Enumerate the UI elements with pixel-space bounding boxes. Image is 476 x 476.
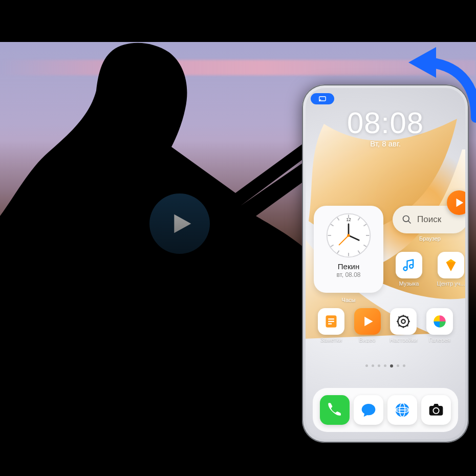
app-tile-member[interactable] bbox=[438, 252, 464, 278]
dock-camera-app[interactable] bbox=[421, 395, 451, 425]
dock-browser-app[interactable] bbox=[387, 395, 417, 425]
app-tile-settings[interactable] bbox=[390, 308, 417, 335]
pinwheel-icon bbox=[432, 314, 447, 329]
play-button[interactable] bbox=[149, 193, 210, 254]
music-note-icon bbox=[402, 258, 416, 272]
chat-icon bbox=[360, 402, 377, 418]
app-tile-gallery[interactable] bbox=[426, 308, 453, 335]
notes-icon bbox=[324, 314, 338, 329]
app-label-notes: Заметки bbox=[315, 337, 348, 343]
svg-point-19 bbox=[403, 216, 409, 222]
search-widget-label: Браузер bbox=[393, 235, 465, 242]
svg-point-18 bbox=[347, 234, 350, 237]
svg-text:12: 12 bbox=[346, 218, 351, 222]
camera-icon bbox=[428, 402, 444, 418]
clock-widget-city: Пекин bbox=[338, 262, 359, 271]
search-placeholder: Поиск bbox=[417, 214, 441, 225]
play-triangle-icon bbox=[360, 314, 375, 329]
cast-icon bbox=[319, 96, 326, 102]
page-indicator[interactable] bbox=[306, 364, 465, 367]
svg-point-26 bbox=[402, 319, 405, 323]
app-label-member: Центр уч... bbox=[435, 280, 465, 287]
gear-icon bbox=[396, 314, 410, 329]
phone-mockup: 08:08 Вт, 8 авг. bbox=[302, 84, 469, 443]
clock-widget-subdate: вт, 08.08 bbox=[337, 271, 361, 278]
svg-line-31 bbox=[399, 317, 400, 318]
svg-line-20 bbox=[408, 221, 411, 224]
app-label-settings: Настройки bbox=[387, 337, 420, 343]
dock bbox=[313, 388, 458, 432]
app-tile-notes[interactable] bbox=[318, 308, 344, 335]
clock-widget-label: Часы bbox=[342, 297, 356, 303]
app-tile-video[interactable] bbox=[354, 308, 381, 335]
dock-phone-app[interactable] bbox=[320, 395, 350, 425]
app-tile-music[interactable] bbox=[396, 252, 422, 278]
diamond-icon bbox=[444, 258, 458, 272]
status-cast-pill[interactable] bbox=[311, 93, 334, 104]
phone-icon bbox=[327, 402, 343, 418]
svg-line-32 bbox=[407, 325, 408, 326]
svg-line-34 bbox=[407, 317, 408, 318]
cast-arrow-icon bbox=[399, 41, 476, 128]
app-grid-row: Заметки Видео bbox=[315, 308, 456, 343]
app-label-gallery: Галерея bbox=[423, 337, 456, 343]
play-icon bbox=[170, 212, 193, 235]
clock-widget[interactable]: 12 Пекин вт, 08.08 bbox=[314, 206, 383, 293]
app-label-music: Музыка bbox=[393, 280, 425, 287]
play-triangle-icon bbox=[453, 197, 465, 208]
svg-line-33 bbox=[399, 325, 400, 326]
lock-clock-date: Вт, 8 авг. bbox=[306, 139, 465, 148]
phone-home-screen: 08:08 Вт, 8 авг. bbox=[306, 88, 465, 439]
analog-clock-icon: 12 bbox=[325, 212, 372, 259]
dock-messages-app[interactable] bbox=[354, 395, 383, 425]
svg-point-40 bbox=[433, 408, 439, 414]
app-label-video: Видео bbox=[351, 337, 384, 343]
globe-icon bbox=[394, 402, 410, 418]
search-icon bbox=[402, 214, 412, 225]
